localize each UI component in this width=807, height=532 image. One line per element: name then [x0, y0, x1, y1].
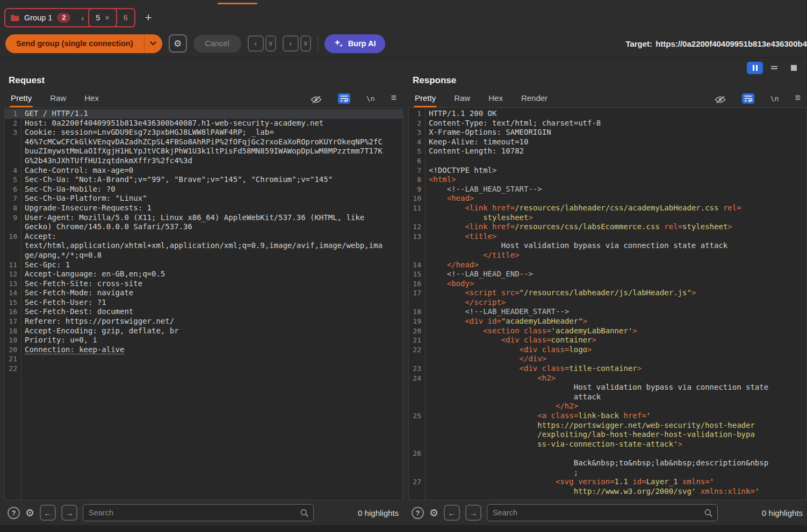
single-view-icon[interactable] [786, 62, 802, 74]
main-tab-sequencer[interactable]: Sequencer [343, 0, 388, 4]
code-line-3[interactable]: 3X-Frame-Options: SAMEORIGIN [409, 128, 806, 137]
history-forward-button[interactable]: › [283, 35, 299, 52]
code-line-19[interactable]: 19Priority: u=0, i [5, 336, 402, 345]
history-forward-dropdown[interactable]: ᐯ [300, 35, 311, 52]
history-back-button[interactable]: ‹ [248, 35, 264, 52]
code-line-22[interactable]: 22 <div class=logo> </div> [409, 345, 806, 364]
main-tab-intruder[interactable]: Intruder [165, 0, 199, 4]
code-line-5[interactable]: 5Content-Length: 10782 [409, 147, 806, 156]
code-line-19[interactable]: 19 <div id="academyLabHeader"> [409, 317, 806, 326]
hamburger-menu-icon[interactable]: ≡ [795, 92, 801, 107]
main-tab-learn[interactable]: Learn [696, 0, 724, 4]
close-icon[interactable]: × [105, 13, 109, 22]
split-view-icon[interactable] [766, 62, 782, 74]
main-tab-dashboard[interactable]: Dashboard [8, 0, 53, 4]
pause-icon[interactable] [747, 62, 763, 74]
tab-pretty[interactable]: Pretty [10, 93, 33, 107]
main-tab-proxy[interactable]: Proxy [119, 0, 147, 4]
main-tab-organizer[interactable]: Organizer [573, 0, 614, 4]
tab-raw[interactable]: Raw [49, 93, 67, 107]
code-line-10[interactable]: 10Accept: text/html,application/xhtml+xm… [5, 232, 402, 260]
newline-toggle[interactable]: \n [366, 94, 375, 107]
request-editor[interactable]: 1GET / HTTP/1.12Host: 0a2200f40409951b81… [4, 107, 403, 500]
code-line-2[interactable]: 2Content-Type: text/html; charset=utf-8 [409, 119, 806, 128]
code-line-6[interactable]: 6Sec-Ch-Ua-Mobile: ?0 [5, 185, 402, 194]
code-line-21[interactable]: 21 <div class=container> [409, 336, 806, 345]
code-line-14[interactable]: 14Sec-Fetch-Mode: navigate [5, 288, 402, 298]
code-line-17[interactable]: 17 <script src="/resources/labheader/js/… [409, 288, 806, 307]
send-group-button[interactable]: Send group (single connection) [5, 34, 144, 53]
send-settings-button[interactable]: ⚙ [169, 34, 187, 53]
code-line-26[interactable]: 26 Back&nbsp;to&nbsp;lab&nbsp;descriptio… [409, 449, 806, 477]
history-back-dropdown[interactable]: ᐯ [265, 35, 276, 52]
eye-slash-icon[interactable] [715, 96, 726, 107]
code-line-12[interactable]: 12Accept-Language: en-GB,en;q=0.5 [5, 269, 402, 279]
code-line-18[interactable]: 18Accept-Encoding: gzip, deflate, br [5, 326, 402, 336]
burp-ai-button[interactable]: Burp AI [325, 34, 386, 53]
code-line-7[interactable]: 7<!DOCTYPE html> [409, 166, 806, 176]
code-line-6[interactable]: 6 [409, 156, 806, 166]
code-line-24[interactable]: 24 <h2> Host validation bypass via conne… [409, 374, 806, 411]
hamburger-menu-icon[interactable]: ≡ [391, 92, 397, 107]
cancel-button[interactable]: Cancel [193, 35, 241, 53]
code-line-4[interactable]: 4Keep-Alive: timeout=10 [409, 137, 806, 147]
word-wrap-icon[interactable] [338, 93, 350, 107]
prev-match-button[interactable]: ← [40, 505, 56, 521]
code-line-27[interactable]: 27 <svg version=1.1 id=Layer_1 xmlns=' h… [409, 477, 806, 496]
code-line-15[interactable]: 15Sec-Fetch-User: ?1 [5, 298, 402, 308]
tab-render[interactable]: Render [520, 93, 549, 107]
repeater-tab-6[interactable]: 6 [117, 9, 134, 26]
next-match-button[interactable]: → [61, 505, 77, 521]
code-line-20[interactable]: 20Connection: keep-alive [5, 345, 402, 355]
code-line-20[interactable]: 20 <section class='academyLabBanner'> [409, 326, 806, 336]
code-line-15[interactable]: 15 <!--LAB_HEAD_END--> [409, 269, 806, 279]
code-line-23[interactable]: 23 <div class=title-container> [409, 364, 806, 374]
tab-scroll-left-button[interactable]: ‹ [77, 9, 88, 26]
send-options-button[interactable] [144, 34, 162, 53]
code-line-18[interactable]: 18 <!--LAB_HEADER_START--> [409, 307, 806, 317]
code-line-7[interactable]: 7Sec-Ch-Ua-Platform: "Linux" [5, 194, 402, 203]
gear-icon[interactable]: ⚙ [25, 507, 34, 519]
tab-hex[interactable]: Hex [83, 93, 100, 107]
code-line-9[interactable]: 9User-Agent: Mozilla/5.0 (X11; Linux x86… [5, 213, 402, 232]
tab-pretty[interactable]: Pretty [414, 93, 437, 107]
help-icon[interactable]: ? [412, 507, 424, 519]
next-match-button[interactable]: → [465, 505, 481, 521]
main-tab-repeater[interactable]: Repeater [218, 0, 257, 4]
eye-slash-icon[interactable] [311, 96, 322, 107]
tab-group-1[interactable]: Group 1 2 [5, 9, 77, 26]
search-input[interactable] [488, 508, 704, 517]
prev-match-button[interactable]: ← [444, 505, 460, 521]
code-line-5[interactable]: 5Sec-Ch-Ua: "Not:A-Brand";v="99", "Brave… [5, 175, 402, 185]
code-line-22[interactable]: 22 [5, 364, 402, 374]
main-tab-comparer[interactable]: Comparer [462, 0, 504, 4]
code-line-3[interactable]: 3Cookie: session=LnvGDU9Esg7z3pxbHGJ8LWW… [5, 128, 402, 165]
code-line-13[interactable]: 13 <title> Host validation bypass via co… [409, 232, 806, 260]
tab-raw[interactable]: Raw [453, 93, 471, 107]
code-line-16[interactable]: 16 <body> [409, 279, 806, 289]
response-editor[interactable]: 1HTTP/1.1 200 OK2Content-Type: text/html… [408, 107, 807, 500]
main-tab-extensions[interactable]: Extensions [632, 0, 678, 4]
gear-icon[interactable]: ⚙ [429, 507, 438, 519]
main-tab-logger[interactable]: Logger [522, 0, 554, 4]
newline-toggle[interactable]: \n [770, 94, 779, 107]
code-line-8[interactable]: 8<html> [409, 175, 806, 185]
code-line-4[interactable]: 4Cache-Control: max-age=0 [5, 166, 402, 176]
code-line-8[interactable]: 8Upgrade-Insecure-Requests: 1 [5, 203, 402, 213]
code-line-16[interactable]: 16Sec-Fetch-Dest: document [5, 307, 402, 317]
code-line-2[interactable]: 2Host: 0a2200f40409951b813e436300b40087.… [5, 119, 402, 128]
main-tab-collaborator[interactable]: Collaborator [276, 0, 325, 4]
search-input[interactable] [84, 508, 300, 517]
code-line-9[interactable]: 9 <!--LAB_HEAD_START--> [409, 185, 806, 194]
main-tab-decoder[interactable]: Decoder [407, 0, 444, 4]
code-line-1[interactable]: 1GET / HTTP/1.1 [5, 109, 402, 119]
code-line-10[interactable]: 10 <head> [409, 194, 806, 203]
code-line-12[interactable]: 12 <link href=/resources/css/labsEcommer… [409, 222, 806, 232]
code-line-25[interactable]: 25 <a class=link-back href=' https://por… [409, 411, 806, 449]
repeater-tab-5[interactable]: 5 × [88, 8, 117, 27]
tab-hex[interactable]: Hex [487, 93, 504, 107]
word-wrap-icon[interactable] [742, 93, 754, 107]
code-line-21[interactable]: 21 [5, 354, 402, 364]
code-line-17[interactable]: 17Referer: https://portswigger.net/ [5, 317, 402, 326]
code-line-13[interactable]: 13Sec-Fetch-Site: cross-site [5, 279, 402, 289]
